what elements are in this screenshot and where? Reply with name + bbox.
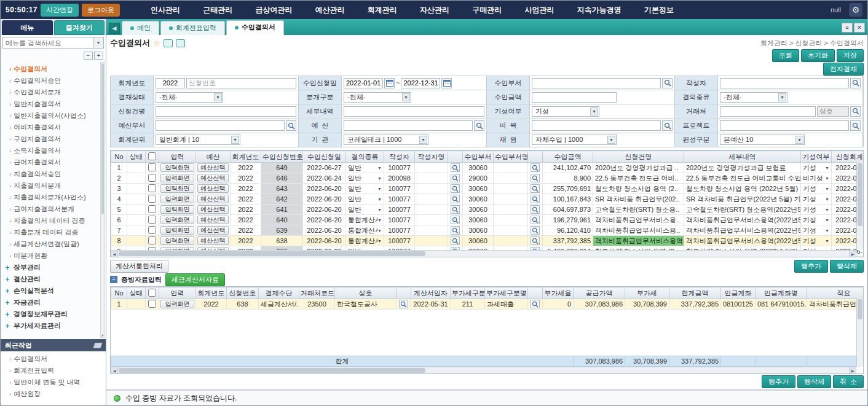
vendor-input[interactable] <box>720 106 816 117</box>
request-title-input[interactable] <box>156 106 296 117</box>
row-checkbox[interactable] <box>148 236 156 244</box>
scroll-left-icon[interactable]: ◀ <box>111 251 118 257</box>
vertical-scrollbar[interactable] <box>856 162 863 250</box>
favorite-star-icon[interactable]: ☆ <box>153 39 160 48</box>
main-delete-row-button[interactable]: 행삭제 <box>830 260 864 273</box>
main-add-row-button[interactable]: 행추가 <box>794 260 828 273</box>
budget-class-select[interactable]: 본예산 10▼ <box>720 135 805 145</box>
cell-combobox[interactable]: 일반▼ <box>348 184 382 193</box>
table-row[interactable]: 8입력화면예산선택20226382022-06-20통합계산서▼10007730… <box>111 236 864 246</box>
table-row[interactable]: 6입력화면예산선택20226402022-06-20통합계산서▼10007730… <box>111 215 864 225</box>
search-icon[interactable] <box>451 195 460 203</box>
search-icon[interactable] <box>531 226 540 235</box>
budget-select-button[interactable]: 예산선택 <box>197 226 229 235</box>
row-checkbox[interactable] <box>148 226 156 234</box>
logout-button[interactable]: 로그아웃 <box>82 4 120 17</box>
resolution-type-select[interactable]: -전체-▼ <box>720 92 787 103</box>
invoice-merge-button[interactable]: 계산서통합처리 <box>110 260 168 273</box>
evidence-add-row-button[interactable]: 행추가 <box>762 375 795 388</box>
scroll-right-icon[interactable]: ▶ <box>849 251 856 257</box>
input-screen-button[interactable]: 입력화면 <box>160 163 194 172</box>
row-checkbox[interactable] <box>148 184 156 192</box>
search-icon[interactable] <box>531 184 540 193</box>
search-icon[interactable] <box>531 195 540 203</box>
tab-menu[interactable]: 메뉴 <box>2 20 53 35</box>
row-checkbox[interactable] <box>148 205 156 213</box>
input-screen-button[interactable]: 입력화면 <box>160 184 194 193</box>
search-icon[interactable] <box>286 120 296 131</box>
fund-select[interactable]: 자체수입 | 1000▼ <box>532 135 617 145</box>
collapse-all-button[interactable]: − <box>84 52 93 60</box>
row-checkbox[interactable] <box>148 195 156 203</box>
cancel-button[interactable]: 취 소 <box>833 375 864 388</box>
sidebar-item[interactable]: ›수입결의서승인 <box>3 75 100 87</box>
budget-select-button[interactable]: 예산선택 <box>197 195 229 203</box>
row-checkbox[interactable] <box>148 163 156 171</box>
window-close-icon[interactable]: ✕ <box>854 23 865 33</box>
budget-select-button[interactable]: 예산선택 <box>197 163 229 172</box>
project-input[interactable] <box>720 120 849 131</box>
search-icon[interactable] <box>531 216 540 224</box>
row-checkbox[interactable] <box>148 216 156 224</box>
top-menu-item[interactable]: 지속가능경영 <box>577 5 621 15</box>
top-menu-item[interactable]: 급상여관리 <box>255 5 292 15</box>
search-icon[interactable] <box>451 174 460 182</box>
tab-favorites[interactable]: 즐겨찾기 <box>54 20 105 35</box>
cell-combobox[interactable]: 기성▼ <box>803 226 829 235</box>
top-menu-item[interactable]: 예산관리 <box>315 5 345 15</box>
sidebar-item[interactable]: ›일반지출결의서 <box>3 98 100 110</box>
cell-combobox[interactable]: 통합계산서▼ <box>348 226 382 235</box>
search-icon[interactable] <box>451 184 460 193</box>
budget-select-button[interactable]: 예산선택 <box>197 236 229 245</box>
search-icon[interactable] <box>662 78 673 88</box>
sidebar-item[interactable]: ›지출결의서 데이터 검증 <box>3 215 100 227</box>
expand-all-button[interactable]: + <box>94 52 103 60</box>
journal-type-select[interactable]: -전체-▼ <box>344 92 411 103</box>
document-tab[interactable]: 수입결의서 <box>226 20 284 35</box>
top-menu-item[interactable]: 회계관리 <box>368 5 397 15</box>
search-icon[interactable] <box>850 106 861 117</box>
completion-select[interactable]: 기성▼ <box>532 106 599 117</box>
sidebar-item[interactable]: ›급여지출결의서 <box>3 157 100 168</box>
income-dept-input[interactable] <box>532 78 661 88</box>
sidebar-item[interactable]: ›수입결의서 <box>3 63 100 75</box>
cell-combobox[interactable]: 기성▼ <box>803 184 829 193</box>
top-menu-item[interactable]: 자산관리 <box>420 5 449 15</box>
top-menu-item[interactable]: 근태관리 <box>203 5 232 15</box>
sidebar-item[interactable]: ›일반지출결의서(사업소) <box>3 110 100 122</box>
search-icon[interactable] <box>451 216 460 224</box>
sidebar-item[interactable]: ›세금계산서연결(일괄) <box>3 238 100 250</box>
input-screen-button[interactable]: 입력화면 <box>160 205 194 214</box>
horizontal-scrollbar[interactable]: ◀ ▶ <box>111 367 856 373</box>
cell-combobox[interactable]: 일반▼ <box>348 174 382 183</box>
search-icon[interactable] <box>531 236 540 245</box>
select-all-header[interactable] <box>146 151 159 163</box>
search-icon[interactable] <box>531 205 540 214</box>
select-all-header[interactable] <box>146 287 159 299</box>
cell-combobox[interactable]: 기성▼ <box>803 236 829 246</box>
cell-combobox[interactable]: 기성▼ <box>803 216 829 225</box>
scroll-left-icon[interactable]: ◀ <box>111 367 118 373</box>
top-menu-item[interactable]: 인사관리 <box>151 5 180 15</box>
input-screen-button[interactable]: 입력화면 <box>160 300 194 308</box>
top-menu-item[interactable]: 사업관리 <box>524 5 554 15</box>
budget-input[interactable] <box>344 120 473 131</box>
sidebar-item[interactable]: ›수입결의서분개 <box>3 87 100 98</box>
sidebar-item[interactable]: ›구입지출결의서 <box>3 133 100 145</box>
recent-item[interactable]: ›수입결의서 <box>3 353 106 365</box>
detail-input[interactable] <box>344 106 484 117</box>
sidebar-item[interactable]: ›여비지출결의서 <box>3 122 100 133</box>
approval-status-select[interactable]: -전체-▼ <box>156 92 223 103</box>
input-screen-button[interactable]: 입력화면 <box>160 195 194 203</box>
sidebar-item[interactable]: ›지출결의서분개 <box>3 180 100 192</box>
gear-icon[interactable]: ⚙ <box>849 3 862 17</box>
date-to-input[interactable] <box>401 78 440 88</box>
calendar-icon[interactable] <box>441 78 452 88</box>
table-row[interactable]: 1입력화면예산선택20226492022-06-27일반▼10007730060… <box>111 163 864 173</box>
sidebar-item[interactable]: ›지출분개 데이터 검증 <box>3 227 100 238</box>
sidebar-item[interactable]: ›소득지출결의서 <box>3 145 100 157</box>
e-approval-button[interactable]: 전자결재 <box>823 63 864 76</box>
cell-combobox[interactable]: 기성▼ <box>803 205 829 214</box>
budget-select-button[interactable]: 예산선택 <box>197 184 229 193</box>
scroll-right-icon[interactable]: ▶ <box>849 367 856 373</box>
